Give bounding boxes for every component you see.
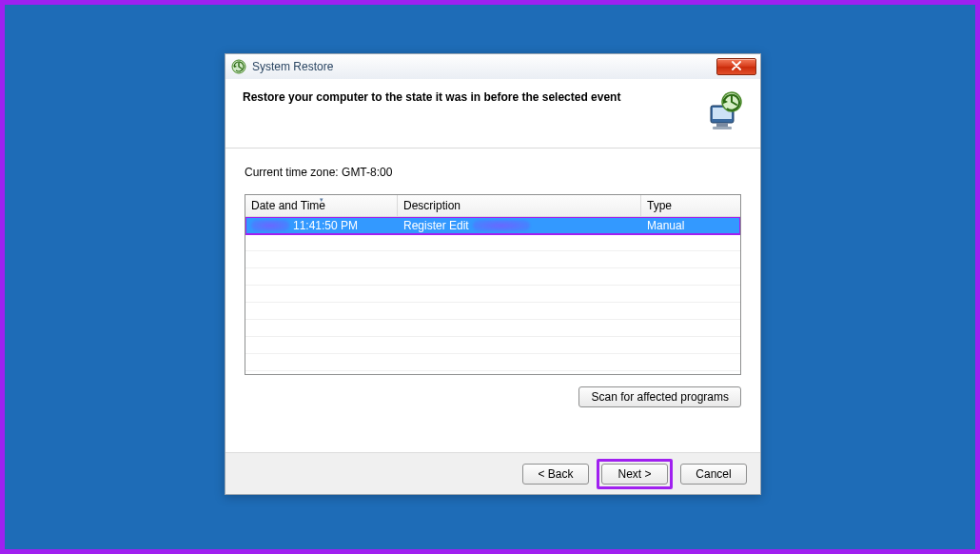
table-row-empty [245, 354, 740, 371]
back-button[interactable]: < Back [522, 464, 589, 485]
close-button[interactable] [716, 58, 756, 75]
table-row-empty [245, 320, 740, 337]
timezone-label: Current time zone: GMT-8:00 [245, 166, 741, 179]
content-area: Current time zone: GMT-8:00 ▾ Date and T… [225, 148, 760, 452]
redacted-date-prefix [251, 220, 289, 231]
table-body: 11:41:50 PM Register Edit Manual [245, 217, 740, 374]
table-row-empty [245, 337, 740, 354]
table-row-empty [245, 234, 740, 251]
window-title: System Restore [252, 60, 711, 73]
scan-button-row: Scan for affected programs [245, 386, 741, 407]
wizard-footer: < Back Next > Cancel [225, 452, 760, 494]
cell-date-time: 11:41:50 PM [245, 219, 398, 232]
cell-type: Manual [641, 219, 740, 232]
sort-indicator-icon: ▾ [320, 196, 323, 204]
cancel-button[interactable]: Cancel [680, 464, 747, 485]
page-heading: Restore your computer to the state it wa… [243, 89, 620, 104]
svg-rect-4 [713, 127, 732, 129]
close-icon [732, 61, 741, 72]
cell-description: Register Edit [398, 219, 641, 232]
restore-points-table: ▾ Date and Time Description Type 11:41:5… [245, 194, 741, 375]
system-restore-app-icon [231, 59, 246, 74]
scan-affected-programs-button[interactable]: Scan for affected programs [578, 386, 741, 407]
header-area: Restore your computer to the state it wa… [225, 79, 760, 148]
column-header-description[interactable]: Description [398, 195, 641, 216]
table-row-empty [245, 303, 740, 320]
column-header-type[interactable]: Type [641, 195, 740, 216]
table-row[interactable]: 11:41:50 PM Register Edit Manual [245, 217, 740, 234]
table-row-empty [245, 286, 740, 303]
table-row-empty [245, 268, 740, 286]
annotation-next-highlight: Next > [597, 459, 673, 489]
redacted-description-suffix [473, 220, 530, 231]
table-header-row: ▾ Date and Time Description Type [245, 195, 740, 217]
titlebar: System Restore [225, 54, 760, 79]
system-restore-window: System Restore Restore your computer to … [225, 53, 761, 495]
column-header-date-time[interactable]: ▾ Date and Time [245, 195, 398, 216]
svg-rect-3 [716, 123, 728, 127]
table-row-empty [245, 251, 740, 268]
system-restore-hero-icon [699, 89, 745, 134]
next-button[interactable]: Next > [601, 464, 668, 485]
